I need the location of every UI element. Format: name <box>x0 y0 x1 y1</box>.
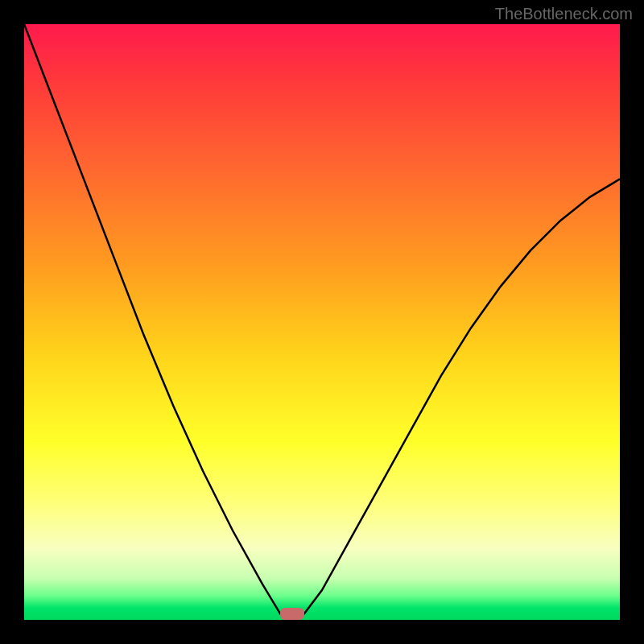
bottleneck-curve-path <box>24 24 620 620</box>
watermark-text: TheBottleneck.com <box>495 5 633 23</box>
bottleneck-marker <box>280 608 304 620</box>
bottleneck-chart <box>24 24 620 620</box>
chart-curve-svg <box>24 24 620 620</box>
